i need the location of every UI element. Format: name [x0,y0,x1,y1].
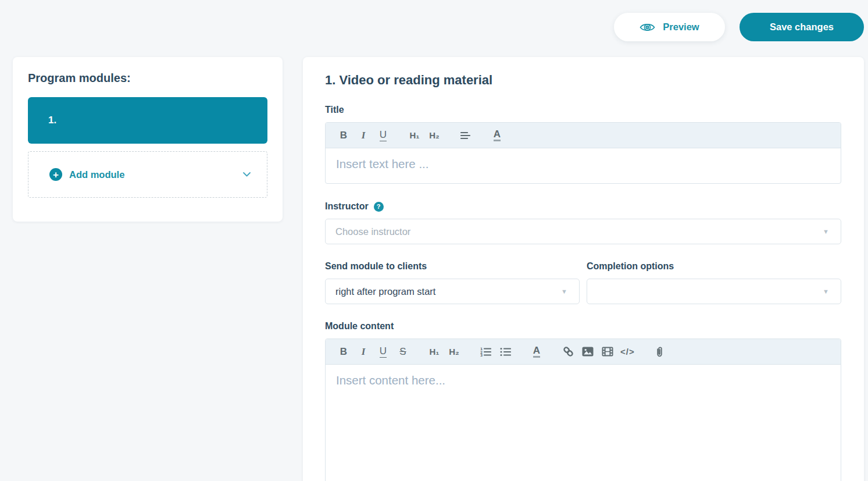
instructor-select-placeholder: Choose instructor [335,226,410,237]
instructor-label-text: Instructor [325,201,369,212]
italic-icon[interactable]: I [356,347,370,357]
link-icon[interactable] [561,345,575,358]
module-content-placeholder: Insert content here... [336,373,445,387]
underline-icon[interactable]: U [376,346,390,358]
options-row: Send module to clients right after progr… [325,261,841,321]
program-modules-panel: Program modules: 1. + Add module [13,57,283,222]
strikethrough-icon[interactable]: S [396,347,410,357]
module-editor-panel: 1. Video or reading material Title B I U… [303,57,864,481]
title-label: Title [325,105,841,115]
text-color-icon[interactable]: A [530,345,544,358]
caret-down-icon: ▼ [823,228,829,235]
completion-options-field: Completion options ▼ [587,261,841,321]
title-placeholder: Insert text here ... [336,157,429,170]
bold-icon[interactable]: B [337,347,351,357]
send-module-select-value: right after program start [335,286,435,297]
eye-icon [640,22,655,33]
attachment-icon[interactable] [652,346,666,358]
text-color-icon[interactable]: A [490,129,504,141]
italic-icon[interactable]: I [356,130,370,140]
align-icon[interactable] [459,131,473,140]
content-editor-toolbar: B I U S H₁ H₂ 123 [326,339,841,365]
ordered-list-icon[interactable]: 123 [478,347,492,357]
title-input[interactable]: Insert text here ... [326,148,841,183]
instructor-label: Instructor ? [325,201,841,212]
module-content-label-text: Module content [325,321,394,332]
text-color-glyph: A [533,345,540,358]
send-module-field: Send module to clients right after progr… [325,261,580,321]
send-module-label: Send module to clients [325,261,580,272]
completion-options-label: Completion options [587,261,841,272]
chevron-down-icon[interactable] [243,172,251,177]
bullet-list-icon[interactable] [498,347,512,357]
heading2-icon[interactable]: H₂ [427,131,441,140]
send-module-label-text: Send module to clients [325,261,427,272]
module-content-input[interactable]: Insert content here... [326,365,841,481]
module-item-1[interactable]: 1. [28,97,267,144]
add-module-button[interactable]: + Add module [28,151,267,198]
module-heading: 1. Video or reading material [325,73,841,88]
send-module-select[interactable]: right after program start ▼ [325,279,580,304]
title-editor: B I U H₁ H₂ A Insert text here ... [325,122,841,184]
preview-button-label: Preview [663,22,699,33]
module-item-label: 1. [48,115,56,126]
code-icon[interactable]: </> [620,347,635,356]
save-changes-button[interactable]: Save changes [740,13,864,41]
text-color-glyph: A [494,129,501,141]
title-editor-toolbar: B I U H₁ H₂ A [326,123,841,148]
underline-icon[interactable]: U [376,130,390,141]
svg-text:3: 3 [480,353,483,357]
help-icon[interactable]: ? [374,202,384,212]
image-icon[interactable] [581,347,595,357]
caret-down-icon: ▼ [561,288,567,295]
underline-glyph: U [380,346,387,358]
caret-down-icon: ▼ [823,288,829,295]
heading1-icon[interactable]: H₁ [427,347,441,356]
bold-icon[interactable]: B [337,130,351,140]
title-label-text: Title [325,105,344,115]
video-icon[interactable] [601,347,615,357]
heading2-icon[interactable]: H₂ [447,347,461,356]
content-editor: B I U S H₁ H₂ 123 [325,339,841,481]
program-modules-title: Program modules: [28,72,267,85]
add-module-label: Add module [69,169,124,180]
heading1-icon[interactable]: H₁ [408,131,422,140]
header-actions: Preview Save changes [614,13,864,41]
completion-options-select[interactable]: ▼ [587,279,841,304]
plus-icon: + [49,168,62,181]
instructor-select[interactable]: Choose instructor ▼ [325,219,841,244]
underline-glyph: U [380,130,387,141]
preview-button[interactable]: Preview [614,13,725,41]
module-content-label: Module content [325,321,841,332]
completion-options-label-text: Completion options [587,261,674,272]
